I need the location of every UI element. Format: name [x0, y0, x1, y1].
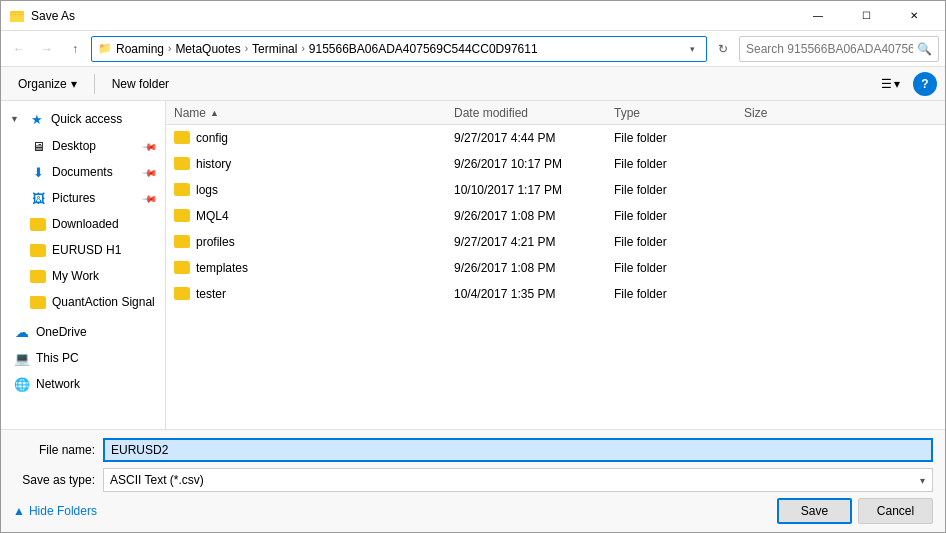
view-button[interactable]: ☰ ▾ [876, 72, 905, 96]
title-bar-controls: — ☐ ✕ [795, 1, 937, 31]
folder-icon [174, 235, 190, 248]
folder-icon [174, 209, 190, 222]
breadcrumb-terminal[interactable]: Terminal [252, 42, 297, 56]
folder-icon [174, 183, 190, 196]
quick-access-star-icon: ★ [29, 111, 45, 127]
table-row[interactable]: templates 9/26/2017 1:08 PM File folder [166, 255, 945, 281]
file-type-cell: File folder [614, 287, 744, 301]
breadcrumb-roaming[interactable]: Roaming [116, 42, 164, 56]
title-bar: Save As — ☐ ✕ [1, 1, 945, 31]
folder-icon [174, 131, 190, 144]
sidebar-item-quantaction[interactable]: QuantAction Signal [1, 289, 165, 315]
back-button[interactable]: ← [7, 37, 31, 61]
filetype-row: Save as type: ASCII Text (*.csv) [13, 468, 933, 492]
filetype-select-wrapper[interactable]: ASCII Text (*.csv) [103, 468, 933, 492]
filename-label: File name: [13, 443, 103, 457]
network-icon: 🌐 [14, 376, 30, 392]
sidebar-section-quick-access[interactable]: ▼ ★ Quick access [1, 105, 165, 133]
table-row[interactable]: logs 10/10/2017 1:17 PM File folder [166, 177, 945, 203]
quantaction-label: QuantAction Signal [52, 295, 156, 309]
desktop-pin-icon: 📌 [142, 138, 158, 154]
refresh-button[interactable]: ↻ [711, 36, 735, 62]
minimize-button[interactable]: — [795, 1, 841, 31]
file-name-cell: profiles [174, 235, 454, 249]
buttons-row: ▲ Hide Folders Save Cancel [13, 498, 933, 524]
organize-button[interactable]: Organize ▾ [9, 72, 86, 96]
sidebar-item-network[interactable]: 🌐 Network [1, 371, 165, 397]
thispc-icon: 💻 [14, 350, 30, 366]
table-row[interactable]: profiles 9/27/2017 4:21 PM File folder [166, 229, 945, 255]
search-icon: 🔍 [917, 42, 932, 56]
folder-icon [174, 287, 190, 300]
table-row[interactable]: tester 10/4/2017 1:35 PM File folder [166, 281, 945, 307]
new-folder-button[interactable]: New folder [103, 72, 178, 96]
dialog-title: Save As [31, 9, 795, 23]
breadcrumb-sep-2: › [243, 43, 250, 54]
maximize-button[interactable]: ☐ [843, 1, 889, 31]
file-name: MQL4 [196, 209, 229, 223]
sidebar: ▼ ★ Quick access 🖥 Desktop 📌 ⬇ Documents… [1, 101, 166, 429]
column-name[interactable]: Name ▲ [174, 106, 454, 120]
name-col-label: Name [174, 106, 206, 120]
filetype-label: Save as type: [13, 473, 103, 487]
forward-button[interactable]: → [35, 37, 59, 61]
address-bar-row: ← → ↑ 📁 Roaming › MetaQuotes › Terminal … [1, 31, 945, 67]
toolbar: Organize ▾ New folder ☰ ▾ ? [1, 67, 945, 101]
address-field[interactable]: 📁 Roaming › MetaQuotes › Terminal › 9155… [91, 36, 707, 62]
table-row[interactable]: MQL4 9/26/2017 1:08 PM File folder [166, 203, 945, 229]
save-as-dialog: Save As — ☐ ✕ ← → ↑ 📁 Roaming › MetaQuot… [0, 0, 946, 533]
sidebar-item-desktop[interactable]: 🖥 Desktop 📌 [1, 133, 165, 159]
breadcrumb-metaquotes[interactable]: MetaQuotes [175, 42, 240, 56]
file-date-cell: 9/27/2017 4:21 PM [454, 235, 614, 249]
sort-arrow-icon: ▲ [210, 108, 219, 118]
file-name-cell: templates [174, 261, 454, 275]
hide-folders-link[interactable]: ▲ Hide Folders [13, 504, 771, 518]
hide-folders-label: Hide Folders [29, 504, 97, 518]
search-field[interactable]: 🔍 [739, 36, 939, 62]
address-folder-icon: 📁 [98, 42, 112, 55]
column-type[interactable]: Type [614, 106, 744, 120]
dialog-icon [9, 8, 25, 24]
file-name: profiles [196, 235, 235, 249]
file-name-cell: MQL4 [174, 209, 454, 223]
sidebar-item-thispc[interactable]: 💻 This PC [1, 345, 165, 371]
search-input[interactable] [746, 42, 913, 56]
main-area: ▼ ★ Quick access 🖥 Desktop 📌 ⬇ Documents… [1, 101, 945, 429]
table-row[interactable]: config 9/27/2017 4:44 PM File folder [166, 125, 945, 151]
date-col-label: Date modified [454, 106, 528, 120]
cancel-button[interactable]: Cancel [858, 498, 933, 524]
organize-label: Organize [18, 77, 67, 91]
documents-pin-icon: 📌 [142, 164, 158, 180]
sidebar-item-pictures[interactable]: 🖼 Pictures 📌 [1, 185, 165, 211]
file-date-cell: 9/26/2017 1:08 PM [454, 209, 614, 223]
filetype-select[interactable]: ASCII Text (*.csv) [103, 468, 933, 492]
file-date-cell: 9/27/2017 4:44 PM [454, 131, 614, 145]
sidebar-item-mywork[interactable]: My Work [1, 263, 165, 289]
close-button[interactable]: ✕ [891, 1, 937, 31]
toolbar-separator [94, 74, 95, 94]
bottom-area: File name: Save as type: ASCII Text (*.c… [1, 429, 945, 532]
up-button[interactable]: ↑ [63, 37, 87, 61]
sidebar-item-documents[interactable]: ⬇ Documents 📌 [1, 159, 165, 185]
save-button[interactable]: Save [777, 498, 852, 524]
eurusd-folder-icon [30, 242, 46, 258]
file-name: templates [196, 261, 248, 275]
network-label: Network [36, 377, 156, 391]
file-type-cell: File folder [614, 157, 744, 171]
breadcrumb-folder[interactable]: 915566BA06ADA407569C544CC0D97611 [309, 42, 538, 56]
pictures-label: Pictures [52, 191, 138, 205]
column-date[interactable]: Date modified [454, 106, 614, 120]
column-size[interactable]: Size [744, 106, 937, 120]
documents-label: Documents [52, 165, 138, 179]
sidebar-item-onedrive[interactable]: ☁ OneDrive [1, 319, 165, 345]
onedrive-label: OneDrive [36, 325, 156, 339]
sidebar-item-downloaded[interactable]: Downloaded [1, 211, 165, 237]
file-date-cell: 9/26/2017 10:17 PM [454, 157, 614, 171]
file-date-cell: 10/4/2017 1:35 PM [454, 287, 614, 301]
address-dropdown-button[interactable]: ▾ [684, 37, 700, 61]
filename-input[interactable] [103, 438, 933, 462]
table-row[interactable]: history 9/26/2017 10:17 PM File folder [166, 151, 945, 177]
sidebar-item-eurusd[interactable]: EURUSD H1 [1, 237, 165, 263]
downloaded-folder-icon [30, 216, 46, 232]
help-button[interactable]: ? [913, 72, 937, 96]
